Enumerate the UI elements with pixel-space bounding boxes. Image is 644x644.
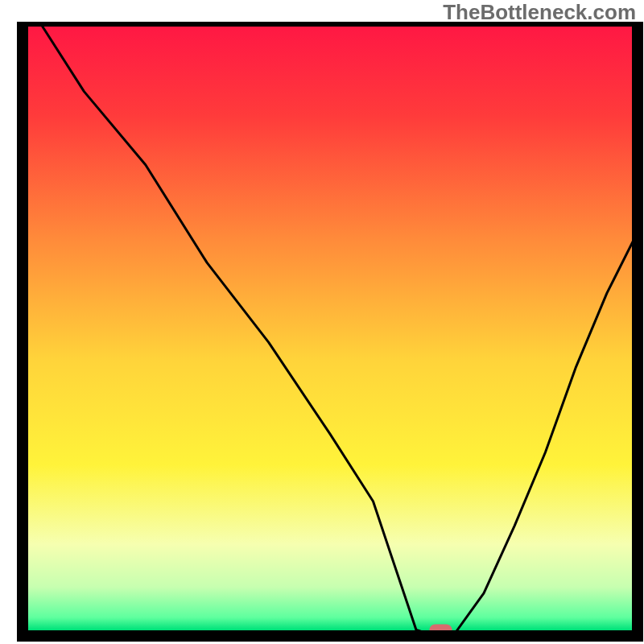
bottleneck-chart: TheBottleneck.com (0, 0, 644, 644)
gradient-background (23, 24, 638, 636)
watermark-text: TheBottleneck.com (443, 0, 636, 25)
chart-svg (0, 0, 644, 644)
